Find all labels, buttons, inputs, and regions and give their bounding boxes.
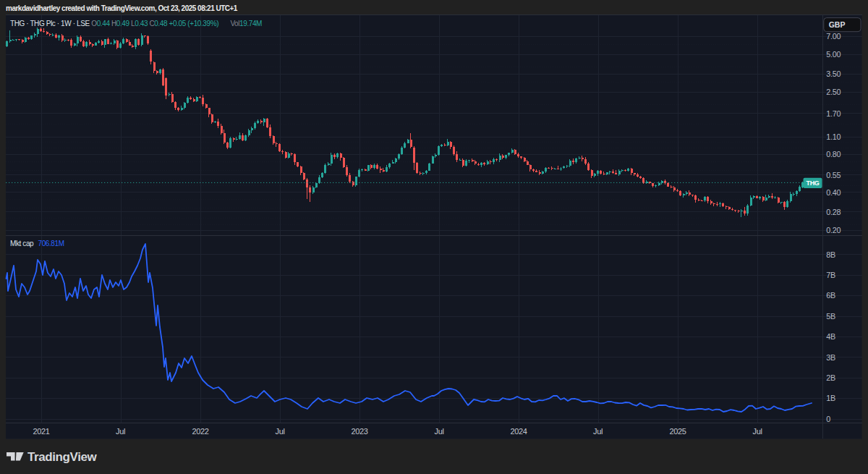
svg-text:3B: 3B [826, 353, 835, 362]
svg-text:0.80: 0.80 [826, 150, 841, 158]
svg-text:markdavidhartley created with: markdavidhartley created with TradingVie… [6, 4, 238, 12]
svg-text:2024: 2024 [511, 427, 527, 436]
svg-text:2.50: 2.50 [826, 88, 841, 96]
svg-text:0.28: 0.28 [826, 208, 841, 216]
svg-text:1.70: 1.70 [826, 109, 841, 118]
svg-text:1.10: 1.10 [826, 132, 841, 141]
svg-text:2B: 2B [826, 373, 835, 382]
svg-text:706.81M: 706.81M [38, 240, 64, 247]
svg-text:GBP: GBP [829, 20, 846, 29]
svg-text:0: 0 [826, 415, 830, 423]
svg-text:3.50: 3.50 [826, 69, 841, 78]
svg-text:8B: 8B [826, 250, 835, 259]
svg-text:THG · THG Plc · 1W · LSE: THG · THG Plc · 1W · LSE [10, 20, 90, 27]
svg-text:2021: 2021 [33, 427, 50, 436]
svg-text:Mkt cap: Mkt cap [10, 240, 34, 247]
svg-text:Jul: Jul [435, 427, 444, 436]
svg-text:TradingView: TradingView [27, 450, 98, 464]
svg-text:Jul: Jul [116, 427, 125, 436]
svg-text:7.00: 7.00 [826, 32, 841, 41]
svg-text:Vol19.74M: Vol19.74M [230, 20, 262, 27]
svg-text:THG: THG [806, 179, 819, 187]
svg-text:2022: 2022 [192, 427, 209, 436]
svg-text:7B: 7B [826, 271, 835, 279]
svg-text:Jul: Jul [276, 427, 285, 436]
svg-text:0.20: 0.20 [826, 226, 841, 234]
svg-text:4B: 4B [826, 332, 835, 341]
svg-text:2023: 2023 [352, 427, 368, 436]
svg-text:5.00: 5.00 [826, 50, 841, 59]
svg-text:1B: 1B [826, 394, 835, 402]
svg-text:6B: 6B [826, 291, 835, 300]
svg-text:Jul: Jul [593, 427, 603, 436]
svg-text:2025: 2025 [670, 427, 686, 436]
svg-text:Jul: Jul [753, 427, 762, 436]
svg-text:0.55: 0.55 [826, 171, 841, 179]
svg-text:0.40: 0.40 [826, 188, 841, 197]
svg-text:5B: 5B [826, 312, 835, 321]
svg-text:O0.44 H0.49 L0.43 C0.48 +0.05: O0.44 H0.49 L0.43 C0.48 +0.05 (+10.39%) [91, 20, 218, 27]
